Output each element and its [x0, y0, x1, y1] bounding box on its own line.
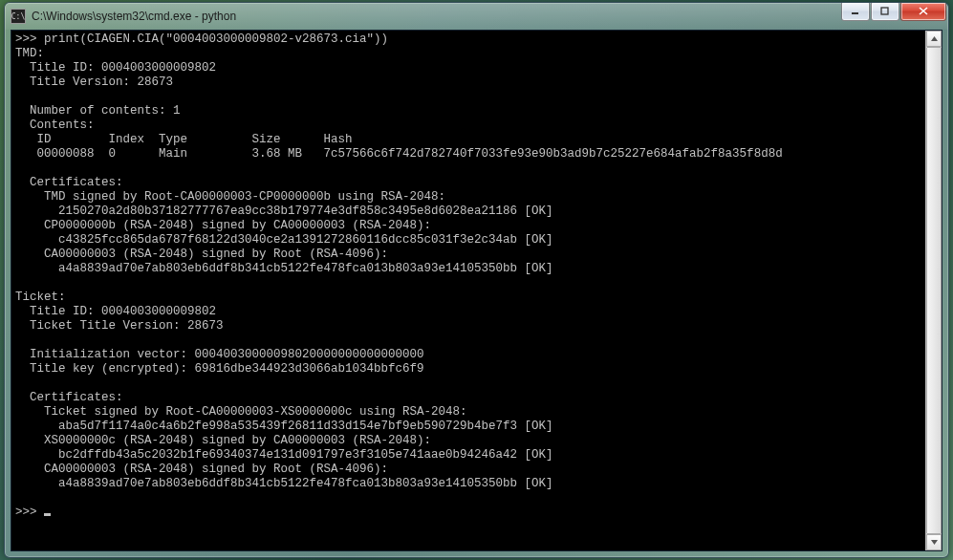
cursor-icon — [44, 513, 51, 516]
command-line: print(CIAGEN.CIA("0004003000009802-v2867… — [44, 32, 388, 46]
tmd-numcontents-label: Number of contents: — [15, 104, 173, 118]
scroll-up-button[interactable] — [926, 31, 942, 47]
titlebar[interactable]: C:\ C:\Windows\system32\cmd.exe - python — [5, 3, 948, 30]
window-controls — [840, 3, 948, 30]
svg-rect-1 — [881, 8, 888, 14]
minimize-button[interactable] — [841, 3, 870, 21]
ticket-cert3-line1: CA00000003 (RSA-2048) signed by Root (RS… — [15, 463, 388, 476]
close-icon — [919, 7, 929, 16]
ticket-cert2-line2: bc2dffdb43a5c2032b1fe69340374e131d091797… — [15, 448, 553, 462]
tmd-version-label: Title Version: — [15, 75, 138, 89]
minimize-icon — [851, 7, 860, 16]
ticket-cert2-line1: XS0000000c (RSA-2048) signed by CA000000… — [15, 434, 431, 447]
svg-marker-4 — [931, 36, 938, 41]
ticket-title-id-label: Title ID: — [15, 305, 101, 318]
ticket-key-label: Title key (encrypted): — [15, 362, 195, 376]
tmd-version: 28673 — [138, 75, 174, 89]
terminal-output[interactable]: >>> print(CIAGEN.CIA("0004003000009802-v… — [11, 31, 925, 550]
vertical-scrollbar[interactable] — [925, 31, 942, 550]
cmd-window: C:\ C:\Windows\system32\cmd.exe - python… — [4, 2, 949, 558]
cmd-icon: C:\ — [11, 9, 26, 24]
tmd-certs-label: Certificates: — [15, 176, 123, 189]
ticket-header: Ticket: — [15, 291, 66, 304]
tmd-cert1-line1: TMD signed by Root-CA00000003-CP0000000b… — [15, 190, 445, 204]
window-title: C:\Windows\system32\cmd.exe - python — [32, 10, 840, 23]
ticket-cert1-line1: Ticket signed by Root-CA00000003-XS00000… — [15, 405, 467, 419]
prompt: >>> — [15, 32, 44, 46]
scroll-track[interactable] — [926, 47, 942, 534]
client-area: >>> print(CIAGEN.CIA("0004003000009802-v… — [11, 30, 942, 551]
ticket-key: 69816dbe344923d3066ab1034bbfc6f9 — [195, 362, 424, 376]
chevron-up-icon — [931, 36, 938, 41]
tmd-title-id: 0004003000009802 — [101, 61, 216, 75]
tmd-cert3-line1: CA00000003 (RSA-2048) signed by Root (RS… — [15, 248, 388, 261]
tmd-cert3-line2: a4a8839ad70e7ab803eb6ddf8b341cb5122fe478… — [15, 262, 553, 275]
ticket-iv-label: Initialization vector: — [15, 348, 195, 361]
contents-data-row: 00000088 0 Main 3.68 MB 7c57566c6f742d78… — [15, 147, 783, 161]
tmd-title-id-label: Title ID: — [15, 61, 101, 75]
ticket-title-id: 0004003000009802 — [101, 305, 216, 318]
ticket-cert3-line2: a4a8839ad70e7ab803eb6ddf8b341cb5122fe478… — [15, 477, 553, 490]
tmd-header: TMD: — [15, 47, 44, 60]
tmd-cert2-line2: c43825fcc865da6787f68122d3040ce2a1391272… — [15, 233, 553, 247]
maximize-icon — [880, 7, 890, 16]
final-prompt: >>> — [15, 506, 44, 519]
maximize-button[interactable] — [871, 3, 899, 21]
ticket-version: 28673 — [187, 319, 224, 333]
ticket-certs-label: Certificates: — [15, 391, 123, 404]
contents-header-row: ID Index Type Size Hash — [15, 133, 353, 146]
tmd-cert1-line2: 2150270a2d80b37182777767ea9cc38b179774e3… — [15, 205, 553, 218]
close-button[interactable] — [900, 3, 946, 21]
ticket-cert1-line2: aba5d7f1174a0c4a6b2fe998a535439f26811d33… — [15, 420, 553, 433]
ticket-version-label: Ticket Title Version: — [15, 319, 187, 333]
scroll-down-button[interactable] — [926, 534, 942, 550]
tmd-cert2-line1: CP0000000b (RSA-2048) signed by CA000000… — [15, 219, 431, 232]
scroll-thumb[interactable] — [926, 47, 942, 534]
ticket-iv: 00040030000098020000000000000000 — [195, 348, 424, 361]
svg-marker-5 — [931, 540, 938, 545]
tmd-numcontents: 1 — [173, 104, 181, 118]
tmd-contents-label: Contents: — [15, 118, 95, 132]
chevron-down-icon — [931, 540, 938, 545]
